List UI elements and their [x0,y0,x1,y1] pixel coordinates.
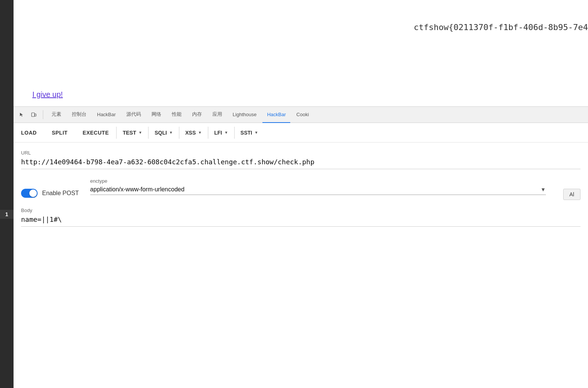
cursor-icon-btn[interactable] [17,109,27,120]
sidebar-strip: 1 [0,0,14,388]
give-up-link[interactable]: I give up! [32,90,573,99]
tab-console[interactable]: 控制台 [67,106,91,123]
cursor-icon [19,112,24,117]
execute-button[interactable]: EXECUTE [75,123,117,142]
main-content: ctfshow{0211370f-f1bf-406d-8b95-7e4 I gi… [14,0,588,388]
split-button[interactable]: SPLIT [44,123,75,142]
post-section: Enable POST enctype application/x-www-fo… [21,178,580,200]
tab-network[interactable]: 网络 [147,106,166,123]
tab-performance[interactable]: 性能 [167,106,186,123]
enable-post-toggle[interactable] [21,189,38,198]
top-section: ctfshow{0211370f-f1bf-406d-8b95-7e4 I gi… [14,0,588,106]
tab-hackbar-1[interactable]: HackBar [92,106,120,123]
sqli-dropdown[interactable]: SQLI ▼ [149,123,179,142]
tab-elements[interactable]: 元素 [47,106,66,123]
enctype-label: enctype [90,178,546,184]
url-label: URL [21,150,580,156]
hackbar-toolbar: LOAD SPLIT EXECUTE TEST ▼ SQLI ▼ XSS ▼ L… [14,123,588,142]
url-value[interactable]: http://14e09464-b798-4ea7-a632-608c04c2c… [21,158,580,166]
enable-post-group: Enable POST [21,189,79,198]
tab-cookies[interactable]: Cooki [292,106,313,123]
sqli-dropdown-arrow: ▼ [169,130,173,135]
toolbar-divider-1 [43,110,43,119]
lfi-dropdown-arrow: ▼ [224,130,228,135]
tab-memory[interactable]: 内存 [188,106,206,123]
enctype-group: enctype application/x-www-form-urlencode… [90,178,546,195]
body-label: Body [21,208,580,213]
sidebar-number: 1 [0,210,14,219]
device-icon [31,112,36,117]
ssti-dropdown[interactable]: SSTI ▼ [235,123,264,142]
tab-hackbar-active[interactable]: HackBar [262,106,290,123]
svg-rect-1 [35,114,36,116]
al-button[interactable]: Al [563,189,580,200]
body-divider [21,226,580,227]
device-icon-btn[interactable] [29,109,39,120]
svg-rect-0 [32,113,35,117]
tab-application[interactable]: 应用 [208,106,227,123]
toggle-knob [29,189,37,197]
tab-lighthouse[interactable]: Lighthouse [228,106,261,123]
devtools-toolbar: 元素 控制台 HackBar 源代码 网络 性能 内存 应用 Lighthous… [14,106,588,123]
load-button[interactable]: LOAD [14,123,44,142]
ssti-dropdown-arrow: ▼ [255,130,258,135]
url-divider [21,169,580,169]
enctype-dropdown-arrow[interactable]: ▼ [541,186,546,192]
enctype-value: application/x-www-form-urlencoded [90,186,541,193]
test-dropdown-arrow: ▼ [138,130,142,135]
enable-post-label: Enable POST [42,190,79,197]
xss-dropdown-arrow: ▼ [198,130,202,135]
lfi-dropdown[interactable]: LFI ▼ [208,123,234,142]
body-value[interactable]: name=||1#\ [21,215,580,223]
xss-dropdown[interactable]: XSS ▼ [179,123,208,142]
tab-source[interactable]: 源代码 [122,106,145,123]
enctype-select-container[interactable]: application/x-www-form-urlencoded ▼ [90,186,546,195]
hackbar-content: URL http://14e09464-b798-4ea7-a632-608c0… [14,142,588,227]
flag-text: ctfshow{0211370f-f1bf-406d-8b95-7e4 [414,23,588,32]
body-section: Body name=||1#\ [21,208,580,227]
test-dropdown[interactable]: TEST ▼ [117,123,148,142]
